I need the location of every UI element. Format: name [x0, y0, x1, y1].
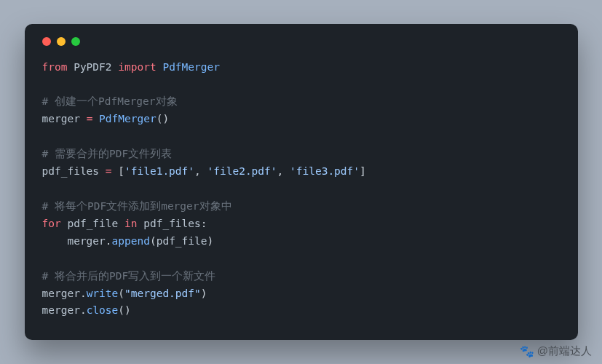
method: write — [87, 288, 119, 299]
identifier: pdf_files — [42, 165, 100, 177]
comment: # 需要合并的PDF文件列表 — [42, 148, 173, 159]
argument: pdf_file — [157, 235, 207, 247]
paren: ) — [201, 288, 207, 299]
comment: # 将每个PDF文件添加到merger对象中 — [42, 200, 232, 212]
identifier: merger — [42, 288, 80, 299]
colon: : — [201, 218, 207, 229]
string: "merged.pdf" — [124, 288, 201, 299]
dot: . — [80, 304, 87, 316]
keyword-for: for — [42, 218, 61, 229]
keyword-import: import — [118, 61, 156, 73]
code-block: from PyPDF2 import PdfMerger # 创建一个PdfMe… — [42, 59, 561, 320]
watermark: 🐾@前端达人 — [520, 344, 592, 358]
keyword-in: in — [124, 218, 137, 229]
dot: . — [106, 235, 112, 247]
identifier: pdf_file — [67, 218, 118, 229]
maximize-icon[interactable] — [71, 37, 80, 46]
minimize-icon[interactable] — [57, 37, 66, 46]
class-name: PdfMerger — [99, 113, 157, 124]
comment: # 创建一个PdfMerger对象 — [42, 95, 178, 107]
close-icon[interactable] — [42, 37, 51, 46]
class-name: PdfMerger — [162, 61, 220, 73]
string: 'file2.pdf' — [207, 165, 277, 177]
paren: ( — [150, 235, 157, 247]
keyword-from: from — [42, 61, 68, 73]
bracket: [ — [118, 165, 124, 177]
operator: = — [106, 165, 112, 177]
operator: = — [87, 113, 93, 124]
parens: () — [157, 113, 169, 124]
code-window: from PyPDF2 import PdfMerger # 创建一个PdfMe… — [25, 24, 578, 341]
paren: ) — [207, 235, 214, 247]
string: 'file3.pdf' — [290, 165, 360, 177]
method: append — [112, 235, 150, 247]
identifier: merger — [42, 113, 80, 124]
paren: ( — [118, 304, 124, 316]
module-name: PyPDF2 — [74, 61, 111, 73]
watermark-text: @前端达人 — [537, 344, 592, 358]
identifier: merger — [67, 235, 105, 247]
string: 'file1.pdf' — [124, 165, 194, 177]
comment: # 将合并后的PDF写入到一个新文件 — [42, 270, 216, 282]
bracket: ] — [360, 165, 366, 177]
comma: , — [194, 165, 201, 177]
identifier: pdf_files — [143, 218, 201, 229]
identifier: merger — [42, 304, 80, 316]
paren: ( — [118, 288, 124, 299]
method: close — [87, 304, 119, 316]
comma: , — [277, 165, 284, 177]
traffic-lights — [42, 37, 561, 46]
dot: . — [80, 288, 87, 299]
paw-icon: 🐾 — [520, 344, 534, 358]
paren: ) — [124, 304, 131, 316]
indent — [42, 235, 68, 247]
